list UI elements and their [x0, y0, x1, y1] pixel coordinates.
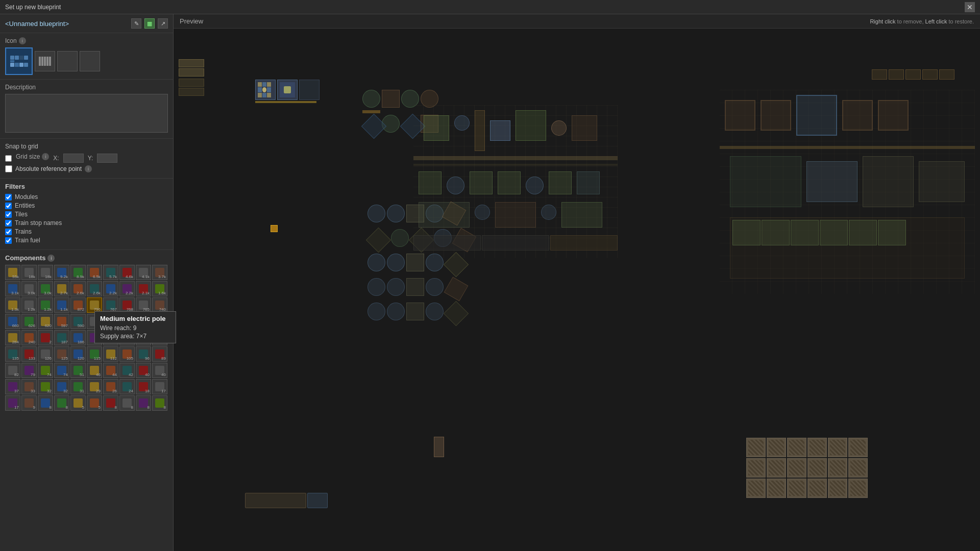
item-cell-70[interactable]: 37 — [5, 379, 20, 394]
item-cell-17[interactable]: 2.2k — [119, 281, 135, 296]
item-cell-37[interactable]: 406 — [119, 314, 135, 329]
item-cell-83[interactable]: 8 — [54, 395, 69, 411]
grid-x-input[interactable] — [63, 154, 84, 163]
item-cell-41[interactable]: 240 — [21, 330, 37, 345]
icon-slot-1[interactable] — [35, 51, 55, 71]
item-cell-78[interactable]: 18 — [136, 379, 151, 394]
item-cell-84[interactable]: 5 — [70, 395, 86, 411]
item-cell-53[interactable]: 125 — [54, 346, 69, 362]
filter-checkbox-trains[interactable] — [5, 229, 12, 235]
grid-size-info[interactable]: i — [42, 153, 49, 160]
item-cell-66[interactable]: 44 — [103, 363, 118, 378]
item-cell-55[interactable]: 115 — [87, 346, 102, 362]
item-cell-3[interactable]: 9.2k — [54, 265, 69, 280]
item-cell-24[interactable]: 872 — [70, 297, 86, 313]
item-cell-4[interactable]: 8.9k — [70, 265, 86, 280]
item-cell-69[interactable]: 40 — [152, 363, 167, 378]
item-cell-65[interactable]: 46 — [87, 363, 102, 378]
item-cell-67[interactable]: 42 — [119, 363, 135, 378]
item-cell-63[interactable]: 74 — [54, 363, 69, 378]
item-cell-77[interactable]: 24 — [119, 379, 135, 394]
components-info[interactable]: i — [47, 255, 55, 262]
filter-checkbox-modules[interactable] — [5, 194, 12, 201]
item-cell-1[interactable]: 18k — [21, 265, 37, 280]
item-cell-31[interactable]: 626 — [21, 314, 37, 329]
item-cell-23[interactable]: 1.1k — [54, 297, 69, 313]
item-cell-12[interactable]: 3.0k — [38, 281, 53, 296]
icon-slot-2[interactable] — [57, 51, 78, 71]
item-cell-62[interactable]: 74 — [38, 363, 53, 378]
item-cell-68[interactable]: 40 — [136, 363, 151, 378]
icon-info[interactable]: i — [19, 37, 26, 44]
grid-view-button[interactable]: ▦ — [144, 18, 155, 29]
item-cell-32[interactable]: 620 — [38, 314, 53, 329]
item-cell-34[interactable]: 590 — [70, 314, 86, 329]
item-cell-54[interactable]: 120 — [70, 346, 86, 362]
description-input[interactable] — [5, 94, 168, 133]
item-cell-16[interactable]: 2.2k — [103, 281, 118, 296]
absolute-ref-info[interactable]: i — [85, 165, 92, 172]
item-cell-35[interactable]: 5 — [87, 314, 102, 329]
item-cell-59[interactable]: 89 — [152, 346, 167, 362]
item-cell-38[interactable]: 381 — [136, 314, 151, 329]
item-cell-21[interactable]: 1.2k — [21, 297, 37, 313]
item-cell-20[interactable]: 1.3k — [5, 297, 20, 313]
item-cell-0[interactable]: 55k — [5, 265, 20, 280]
item-cell-36[interactable]: 415 — [103, 314, 118, 329]
item-cell-46[interactable]: 180 — [103, 330, 118, 345]
item-cell-2[interactable]: 18k — [38, 265, 53, 280]
item-cell-64[interactable]: 51 — [70, 363, 86, 378]
item-cell-5[interactable]: 6.5k — [87, 265, 102, 280]
item-cell-42[interactable]: 2 — [38, 330, 53, 345]
item-cell-9[interactable]: 3.7k — [152, 265, 167, 280]
item-cell-58[interactable]: 96 — [136, 346, 151, 362]
item-cell-7[interactable]: 4.6k — [119, 265, 135, 280]
item-cell-57[interactable]: 105 — [119, 346, 135, 362]
item-cell-27[interactable]: 768 — [119, 297, 135, 313]
icon-slot-3[interactable] — [80, 51, 100, 71]
item-cell-47[interactable]: 177 — [119, 330, 135, 345]
item-cell-40[interactable]: 284 — [5, 330, 20, 345]
item-cell-45[interactable]: 181 — [87, 330, 102, 345]
item-cell-80[interactable]: 17 — [5, 395, 20, 411]
grid-y-input[interactable] — [97, 154, 117, 163]
filter-checkbox-train-fuel[interactable] — [5, 237, 12, 244]
item-cell-28[interactable]: 765 — [136, 297, 151, 313]
filter-checkbox-tiles[interactable] — [5, 211, 12, 218]
close-button[interactable]: ✕ — [965, 2, 975, 12]
item-cell-39[interactable]: 355 — [152, 314, 167, 329]
absolute-ref-checkbox[interactable] — [5, 165, 12, 172]
item-cell-52[interactable]: 126 — [38, 346, 53, 362]
icon-main-slot[interactable] — [5, 47, 33, 75]
item-cell-11[interactable]: 3.0k — [21, 281, 37, 296]
item-cell-61[interactable]: 79 — [21, 363, 37, 378]
item-cell-22[interactable]: 1.2k — [38, 297, 53, 313]
item-cell-73[interactable]: 32 — [54, 379, 69, 394]
item-cell-14[interactable]: 2.6k — [70, 281, 86, 296]
item-cell-75[interactable]: 29 — [87, 379, 102, 394]
item-cell-30[interactable]: 660 — [5, 314, 20, 329]
item-cell-10[interactable]: 3.1k — [5, 281, 20, 296]
item-cell-74[interactable]: 31 — [70, 379, 86, 394]
item-cell-13[interactable]: 2.7k — [54, 281, 69, 296]
item-cell-81[interactable]: 9 — [21, 395, 37, 411]
item-cell-33[interactable]: 597 — [54, 314, 69, 329]
item-cell-25[interactable]: 796 — [87, 297, 102, 313]
item-cell-88[interactable]: 8 — [136, 395, 151, 411]
grid-size-checkbox[interactable] — [5, 155, 12, 162]
edit-blueprint-button[interactable]: ✎ — [131, 18, 141, 29]
item-cell-89[interactable]: 8 — [152, 395, 167, 411]
item-cell-85[interactable]: 5 — [87, 395, 102, 411]
export-button[interactable]: ↗ — [158, 18, 168, 29]
item-cell-44[interactable]: 186 — [70, 330, 86, 345]
item-cell-29[interactable]: 740 — [152, 297, 167, 313]
item-cell-8[interactable]: 4.1k — [136, 265, 151, 280]
item-cell-49[interactable]: 161 — [152, 330, 167, 345]
item-cell-60[interactable]: 82 — [5, 363, 20, 378]
item-cell-87[interactable]: 8 — [119, 395, 135, 411]
item-cell-50[interactable]: 135 — [5, 346, 20, 362]
item-cell-18[interactable]: 2.1k — [136, 281, 151, 296]
item-cell-43[interactable]: 187 — [54, 330, 69, 345]
item-cell-51[interactable]: 133 — [21, 346, 37, 362]
filter-checkbox-entities[interactable] — [5, 203, 12, 209]
